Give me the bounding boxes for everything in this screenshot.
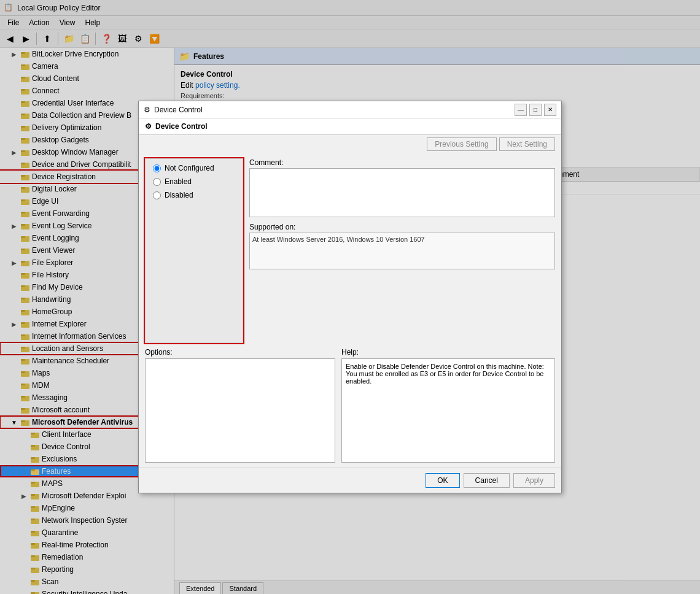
radio-enabled[interactable]: Enabled [153, 177, 235, 186]
help-label: Help: [341, 348, 555, 357]
cancel-button[interactable]: Cancel [464, 473, 510, 488]
radio-input-disabled[interactable] [153, 191, 161, 199]
modal-title-bar: ⚙ Device Control — □ ✕ [139, 101, 561, 118]
radio-group-container: Not Configured Enabled Disabled [145, 158, 243, 343]
device-control-modal: ⚙ Device Control — □ ✕ ⚙ Device Control … [138, 101, 562, 493]
radio-not-configured[interactable]: Not Configured [153, 164, 235, 172]
close-button[interactable]: ✕ [544, 104, 556, 116]
radio-label-disabled: Disabled [165, 191, 193, 199]
comment-input[interactable] [249, 168, 555, 217]
modal-title: Device Control [154, 106, 203, 114]
radio-label-enabled: Enabled [165, 177, 192, 186]
modal-icon: ⚙ [144, 106, 150, 114]
comment-label: Comment: [249, 158, 555, 167]
next-setting-button[interactable]: Next Setting [499, 137, 555, 151]
radio-group: Not Configured Enabled Disabled [153, 164, 235, 199]
ok-button[interactable]: OK [426, 473, 459, 488]
supported-value: At least Windows Server 2016, Windows 10… [249, 233, 555, 269]
modal-title-left: ⚙ Device Control [144, 106, 203, 114]
modal-subtitle: ⚙ Device Control [139, 118, 561, 135]
options-pane: Options: [145, 348, 335, 463]
supported-label: Supported on: [249, 223, 555, 231]
options-label: Options: [145, 348, 335, 357]
modal-bottom: Options: Help: Enable or Disable Defende… [139, 348, 561, 468]
subtitle-text: Device Control [155, 122, 208, 131]
subtitle-icon: ⚙ [145, 122, 152, 131]
help-pane: Help: Enable or Disable Defender Device … [341, 348, 555, 463]
options-box [145, 358, 335, 463]
modal-footer: OK Cancel Apply [139, 468, 561, 493]
modal-title-controls: — □ ✕ [515, 104, 556, 116]
modal-nav: Previous Setting Next Setting [139, 135, 561, 153]
radio-disabled[interactable]: Disabled [153, 191, 235, 199]
supported-section: Supported on: At least Windows Server 20… [249, 223, 555, 269]
maximize-button[interactable]: □ [529, 104, 542, 116]
radio-input-enabled[interactable] [153, 178, 161, 186]
apply-button[interactable]: Apply [513, 473, 555, 488]
modal-content: Not Configured Enabled Disabled Comment: [139, 153, 561, 348]
modal-overlay: ⚙ Device Control — □ ✕ ⚙ Device Control … [0, 0, 700, 594]
prev-setting-button[interactable]: Previous Setting [427, 137, 496, 151]
radio-input-not-configured[interactable] [153, 164, 161, 172]
modal-right-panel: Comment: Supported on: At least Windows … [249, 158, 555, 343]
radio-label-not-configured: Not Configured [165, 164, 214, 172]
comment-section: Comment: [249, 158, 555, 219]
help-text: Enable or Disable Defender Device Contro… [341, 358, 555, 463]
minimize-button[interactable]: — [515, 104, 527, 116]
